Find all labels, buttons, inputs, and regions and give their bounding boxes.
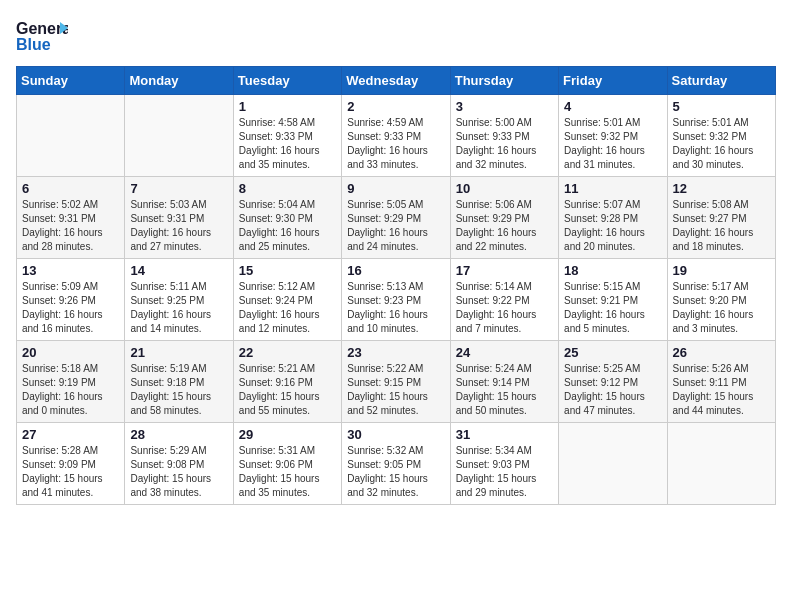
day-info: Sunrise: 5:21 AM Sunset: 9:16 PM Dayligh… <box>239 362 336 418</box>
calendar-day-cell: 7Sunrise: 5:03 AM Sunset: 9:31 PM Daylig… <box>125 177 233 259</box>
calendar-day-cell: 22Sunrise: 5:21 AM Sunset: 9:16 PM Dayli… <box>233 341 341 423</box>
calendar-week-row: 13Sunrise: 5:09 AM Sunset: 9:26 PM Dayli… <box>17 259 776 341</box>
calendar-day-cell: 19Sunrise: 5:17 AM Sunset: 9:20 PM Dayli… <box>667 259 775 341</box>
weekday-header: Monday <box>125 67 233 95</box>
day-number: 29 <box>239 427 336 442</box>
day-info: Sunrise: 5:22 AM Sunset: 9:15 PM Dayligh… <box>347 362 444 418</box>
calendar-day-cell: 26Sunrise: 5:26 AM Sunset: 9:11 PM Dayli… <box>667 341 775 423</box>
calendar-day-cell: 21Sunrise: 5:19 AM Sunset: 9:18 PM Dayli… <box>125 341 233 423</box>
day-number: 9 <box>347 181 444 196</box>
day-info: Sunrise: 5:29 AM Sunset: 9:08 PM Dayligh… <box>130 444 227 500</box>
calendar-day-cell: 6Sunrise: 5:02 AM Sunset: 9:31 PM Daylig… <box>17 177 125 259</box>
day-number: 18 <box>564 263 661 278</box>
calendar-day-cell: 29Sunrise: 5:31 AM Sunset: 9:06 PM Dayli… <box>233 423 341 505</box>
day-number: 13 <box>22 263 119 278</box>
day-number: 20 <box>22 345 119 360</box>
day-info: Sunrise: 5:08 AM Sunset: 9:27 PM Dayligh… <box>673 198 770 254</box>
day-info: Sunrise: 5:05 AM Sunset: 9:29 PM Dayligh… <box>347 198 444 254</box>
day-info: Sunrise: 4:59 AM Sunset: 9:33 PM Dayligh… <box>347 116 444 172</box>
day-number: 31 <box>456 427 553 442</box>
calendar-day-cell: 30Sunrise: 5:32 AM Sunset: 9:05 PM Dayli… <box>342 423 450 505</box>
calendar-day-cell: 13Sunrise: 5:09 AM Sunset: 9:26 PM Dayli… <box>17 259 125 341</box>
day-number: 4 <box>564 99 661 114</box>
day-info: Sunrise: 5:14 AM Sunset: 9:22 PM Dayligh… <box>456 280 553 336</box>
day-number: 21 <box>130 345 227 360</box>
day-info: Sunrise: 5:15 AM Sunset: 9:21 PM Dayligh… <box>564 280 661 336</box>
day-info: Sunrise: 5:13 AM Sunset: 9:23 PM Dayligh… <box>347 280 444 336</box>
calendar-week-row: 1Sunrise: 4:58 AM Sunset: 9:33 PM Daylig… <box>17 95 776 177</box>
day-info: Sunrise: 5:02 AM Sunset: 9:31 PM Dayligh… <box>22 198 119 254</box>
logo-svg: General Blue <box>16 16 68 54</box>
calendar-day-cell: 3Sunrise: 5:00 AM Sunset: 9:33 PM Daylig… <box>450 95 558 177</box>
calendar-day-cell: 12Sunrise: 5:08 AM Sunset: 9:27 PM Dayli… <box>667 177 775 259</box>
day-number: 1 <box>239 99 336 114</box>
day-number: 28 <box>130 427 227 442</box>
day-number: 22 <box>239 345 336 360</box>
day-number: 26 <box>673 345 770 360</box>
day-info: Sunrise: 5:03 AM Sunset: 9:31 PM Dayligh… <box>130 198 227 254</box>
calendar-day-cell: 31Sunrise: 5:34 AM Sunset: 9:03 PM Dayli… <box>450 423 558 505</box>
day-number: 11 <box>564 181 661 196</box>
weekday-header: Saturday <box>667 67 775 95</box>
day-info: Sunrise: 5:28 AM Sunset: 9:09 PM Dayligh… <box>22 444 119 500</box>
day-info: Sunrise: 5:34 AM Sunset: 9:03 PM Dayligh… <box>456 444 553 500</box>
calendar-day-cell: 14Sunrise: 5:11 AM Sunset: 9:25 PM Dayli… <box>125 259 233 341</box>
day-number: 19 <box>673 263 770 278</box>
day-info: Sunrise: 5:26 AM Sunset: 9:11 PM Dayligh… <box>673 362 770 418</box>
calendar-table: SundayMondayTuesdayWednesdayThursdayFrid… <box>16 66 776 505</box>
day-number: 30 <box>347 427 444 442</box>
calendar-day-cell: 25Sunrise: 5:25 AM Sunset: 9:12 PM Dayli… <box>559 341 667 423</box>
day-number: 25 <box>564 345 661 360</box>
calendar-day-cell: 8Sunrise: 5:04 AM Sunset: 9:30 PM Daylig… <box>233 177 341 259</box>
day-number: 8 <box>239 181 336 196</box>
calendar-day-cell: 20Sunrise: 5:18 AM Sunset: 9:19 PM Dayli… <box>17 341 125 423</box>
day-number: 10 <box>456 181 553 196</box>
calendar-day-cell: 10Sunrise: 5:06 AM Sunset: 9:29 PM Dayli… <box>450 177 558 259</box>
calendar-day-cell: 9Sunrise: 5:05 AM Sunset: 9:29 PM Daylig… <box>342 177 450 259</box>
weekday-header: Wednesday <box>342 67 450 95</box>
day-info: Sunrise: 5:12 AM Sunset: 9:24 PM Dayligh… <box>239 280 336 336</box>
day-number: 14 <box>130 263 227 278</box>
day-info: Sunrise: 5:24 AM Sunset: 9:14 PM Dayligh… <box>456 362 553 418</box>
svg-text:Blue: Blue <box>16 36 51 53</box>
calendar-day-cell: 16Sunrise: 5:13 AM Sunset: 9:23 PM Dayli… <box>342 259 450 341</box>
day-number: 7 <box>130 181 227 196</box>
day-info: Sunrise: 5:19 AM Sunset: 9:18 PM Dayligh… <box>130 362 227 418</box>
page-header: General Blue <box>16 16 776 54</box>
day-number: 12 <box>673 181 770 196</box>
calendar-week-row: 27Sunrise: 5:28 AM Sunset: 9:09 PM Dayli… <box>17 423 776 505</box>
day-info: Sunrise: 5:01 AM Sunset: 9:32 PM Dayligh… <box>564 116 661 172</box>
day-number: 27 <box>22 427 119 442</box>
logo: General Blue <box>16 16 68 54</box>
day-number: 16 <box>347 263 444 278</box>
day-number: 15 <box>239 263 336 278</box>
day-number: 17 <box>456 263 553 278</box>
calendar-day-cell: 17Sunrise: 5:14 AM Sunset: 9:22 PM Dayli… <box>450 259 558 341</box>
day-info: Sunrise: 5:25 AM Sunset: 9:12 PM Dayligh… <box>564 362 661 418</box>
day-info: Sunrise: 5:17 AM Sunset: 9:20 PM Dayligh… <box>673 280 770 336</box>
day-number: 3 <box>456 99 553 114</box>
calendar-day-cell: 23Sunrise: 5:22 AM Sunset: 9:15 PM Dayli… <box>342 341 450 423</box>
day-number: 2 <box>347 99 444 114</box>
calendar-day-cell: 2Sunrise: 4:59 AM Sunset: 9:33 PM Daylig… <box>342 95 450 177</box>
calendar-day-cell: 27Sunrise: 5:28 AM Sunset: 9:09 PM Dayli… <box>17 423 125 505</box>
day-number: 24 <box>456 345 553 360</box>
calendar-day-cell <box>559 423 667 505</box>
day-info: Sunrise: 5:09 AM Sunset: 9:26 PM Dayligh… <box>22 280 119 336</box>
day-number: 23 <box>347 345 444 360</box>
calendar-day-cell: 11Sunrise: 5:07 AM Sunset: 9:28 PM Dayli… <box>559 177 667 259</box>
day-info: Sunrise: 5:06 AM Sunset: 9:29 PM Dayligh… <box>456 198 553 254</box>
calendar-day-cell: 28Sunrise: 5:29 AM Sunset: 9:08 PM Dayli… <box>125 423 233 505</box>
calendar-day-cell: 18Sunrise: 5:15 AM Sunset: 9:21 PM Dayli… <box>559 259 667 341</box>
weekday-header: Tuesday <box>233 67 341 95</box>
day-number: 5 <box>673 99 770 114</box>
day-number: 6 <box>22 181 119 196</box>
weekday-header: Sunday <box>17 67 125 95</box>
day-info: Sunrise: 4:58 AM Sunset: 9:33 PM Dayligh… <box>239 116 336 172</box>
day-info: Sunrise: 5:01 AM Sunset: 9:32 PM Dayligh… <box>673 116 770 172</box>
day-info: Sunrise: 5:18 AM Sunset: 9:19 PM Dayligh… <box>22 362 119 418</box>
weekday-header: Thursday <box>450 67 558 95</box>
calendar-day-cell: 15Sunrise: 5:12 AM Sunset: 9:24 PM Dayli… <box>233 259 341 341</box>
calendar-day-cell <box>667 423 775 505</box>
calendar-day-cell: 5Sunrise: 5:01 AM Sunset: 9:32 PM Daylig… <box>667 95 775 177</box>
